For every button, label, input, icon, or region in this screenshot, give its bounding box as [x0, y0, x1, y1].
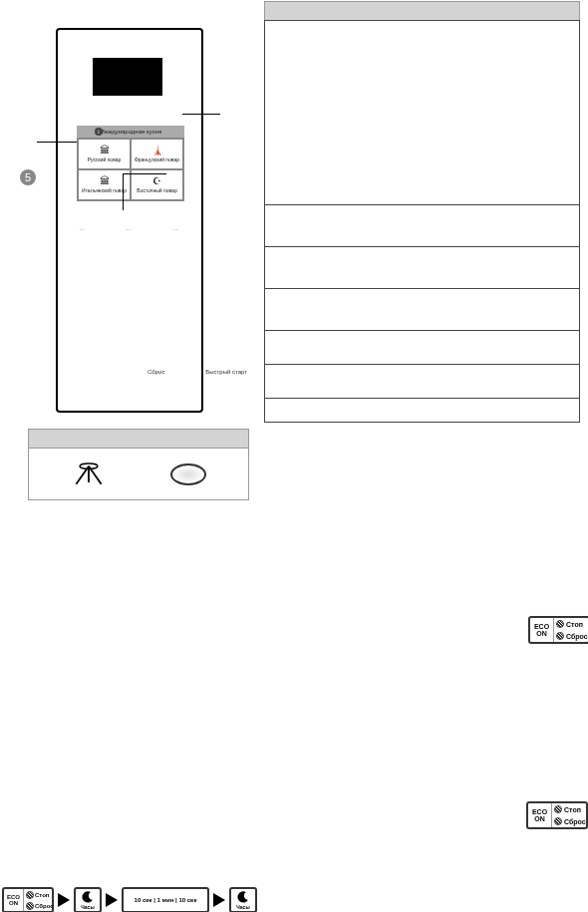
stop-label: Стоп	[566, 621, 583, 628]
table-row	[264, 247, 580, 289]
seq-clock-button[interactable]: Часы	[74, 887, 102, 912]
cuisine-label: Итальянский повар	[82, 187, 127, 193]
microwave-control-panel: i Международная кухня 🏛 Русский повар 🗼 …	[56, 28, 203, 413]
info-icon: i	[95, 128, 103, 136]
table-row	[264, 331, 580, 365]
eco-label: ECO	[534, 623, 549, 630]
on-label: ON	[534, 815, 545, 822]
clock-label: Часы	[236, 904, 249, 910]
on-label: ON	[9, 900, 18, 906]
arrow-icon	[106, 893, 118, 907]
reset-icon	[556, 632, 564, 640]
table-header-bar	[264, 1, 580, 21]
table-row	[264, 399, 580, 423]
reset-button[interactable]: Сброс	[147, 369, 164, 375]
eco-side: ECO ON	[528, 803, 552, 827]
time-options: 10 сек | 1 мин | 10 сек	[135, 897, 197, 903]
callout-line	[123, 173, 166, 210]
accessories-header	[28, 429, 249, 449]
middle-control-2[interactable]: ...	[109, 225, 148, 245]
middle-control-1[interactable]: ...	[62, 225, 102, 245]
stop-icon	[554, 805, 562, 813]
building-icon: 🏛	[100, 146, 110, 155]
accessories-box	[28, 429, 249, 504]
seq-eco-stop-button[interactable]: ECO ON Стоп Сброс	[2, 887, 54, 912]
stop-label: Стоп	[564, 806, 581, 813]
middle-control-3[interactable]: ...	[155, 225, 195, 245]
reset-label: Сброс	[35, 903, 54, 909]
turntable-plate-icon	[170, 463, 206, 485]
stop-reset-side: Стоп Сброс	[554, 618, 588, 642]
stop-icon	[26, 891, 34, 899]
cuisine-french-button[interactable]: 🗼 Французский повар	[131, 139, 183, 169]
stop-reset-side: Стоп Сброс	[552, 803, 588, 827]
reset-icon	[554, 817, 562, 825]
cuisine-label: Французский повар	[135, 156, 179, 162]
moon-icon	[81, 890, 95, 904]
callout-line	[37, 142, 77, 143]
seq-time-button[interactable]: 10 сек | 1 мин | 10 сек	[122, 887, 209, 912]
middle-controls-row: ... ... ...	[62, 225, 195, 245]
callout-line	[182, 114, 220, 115]
bottom-button-row: Сброс Быстрый старт	[147, 369, 247, 375]
cuisine-label: Русский повар	[88, 156, 122, 162]
tripod-stand-icon	[71, 457, 107, 491]
cuisine-russian-button[interactable]: 🏛 Русский повар	[78, 139, 131, 169]
cuisine-header-label: Международная кухня	[100, 129, 161, 135]
table-row	[264, 289, 580, 331]
eco-stop-button[interactable]: ECO ON Стоп Сброс	[528, 616, 588, 644]
reset-label: Сброс	[566, 633, 588, 640]
stop-label: Стоп	[35, 892, 49, 898]
stop-icon	[556, 620, 564, 628]
seq-clock-button[interactable]: Часы	[229, 887, 257, 912]
callout-badge-5: 5	[20, 169, 36, 185]
arrow-icon	[58, 893, 70, 907]
accessories-body	[28, 449, 249, 500]
reset-icon	[26, 902, 34, 910]
table-row	[264, 20, 580, 205]
display-screen	[93, 58, 162, 96]
reset-label: Сброс	[564, 818, 586, 825]
table-row	[264, 205, 580, 247]
tower-icon: 🗼	[151, 146, 163, 155]
on-label: ON	[536, 630, 547, 637]
eco-label: ECO	[532, 808, 547, 815]
description-table	[264, 20, 580, 423]
moon-icon	[236, 890, 250, 904]
table-row	[264, 365, 580, 399]
eco-stop-button[interactable]: ECO ON Стоп Сброс	[526, 801, 588, 829]
button-sequence: ECO ON Стоп Сброс Часы 10 сек | 1 мин | …	[2, 887, 257, 912]
eco-side: ECO ON	[530, 618, 554, 642]
building-icon: 🏛	[100, 176, 110, 186]
arrow-icon	[213, 893, 225, 907]
quick-start-button[interactable]: Быстрый старт	[205, 369, 247, 375]
cuisine-header: i Международная кухня	[77, 126, 184, 138]
clock-label: Часы	[81, 904, 94, 910]
